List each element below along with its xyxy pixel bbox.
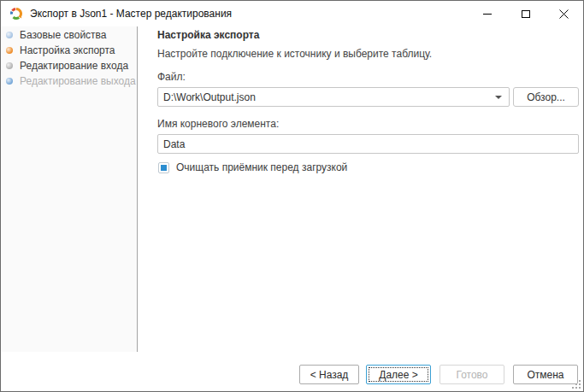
sidebar-item-basic-properties[interactable]: Базовые свойства — [1, 27, 137, 43]
browse-button[interactable]: Обзор... — [513, 87, 579, 107]
minimize-icon — [483, 14, 492, 15]
root-element-input[interactable] — [157, 134, 579, 154]
app-logo-icon — [9, 7, 23, 20]
step-label: Базовые свойства — [20, 29, 107, 41]
wizard-steps-sidebar: Базовые свойства Настройка экспорта Реда… — [1, 26, 138, 352]
page-subtitle: Настройте подключение к источнику и выбе… — [157, 48, 432, 60]
step-dot-icon — [6, 78, 13, 85]
file-path-combobox[interactable]: D:\Work\Output.json — [157, 87, 510, 107]
page-title: Настройка экспорта — [157, 29, 259, 41]
sidebar-item-output-editing: Редактирование выхода — [1, 73, 137, 89]
step-dot-icon — [6, 62, 13, 69]
file-path-value: D:\Work\Output.json — [163, 91, 256, 103]
back-button[interactable]: < Назад — [299, 365, 359, 384]
window-title: Экспорт в Json1 - Мастер редактирования — [30, 8, 232, 20]
titlebar: Экспорт в Json1 - Мастер редактирования — [1, 1, 583, 26]
next-button[interactable]: Далее > — [366, 365, 431, 384]
minimize-button[interactable] — [468, 2, 506, 26]
wizard-window: Экспорт в Json1 - Мастер редактирования … — [0, 0, 584, 392]
step-dot-icon — [6, 47, 13, 54]
checkbox-check-icon — [161, 165, 167, 171]
step-label: Редактирование выхода — [20, 75, 136, 87]
step-dot-icon — [6, 32, 13, 38]
maximize-icon — [522, 10, 530, 18]
sidebar-item-input-editing[interactable]: Редактирование входа — [1, 58, 137, 73]
sidebar-item-export-settings[interactable]: Настройка экспорта — [1, 43, 137, 58]
finish-button[interactable]: Готово — [439, 365, 504, 384]
close-button[interactable] — [545, 2, 583, 26]
step-label: Настройка экспорта — [20, 44, 115, 56]
clear-target-checkbox-row[interactable]: Очищать приёмник перед загрузкой — [158, 161, 347, 173]
root-element-label: Имя корневого элемента: — [157, 118, 279, 130]
maximize-button[interactable] — [506, 2, 545, 26]
resize-grip[interactable] — [571, 379, 581, 389]
close-icon — [559, 9, 569, 19]
chevron-down-icon[interactable] — [495, 96, 502, 99]
step-label: Редактирование входа — [20, 60, 128, 72]
clear-target-checkbox[interactable] — [158, 162, 169, 173]
file-field-label: Файл: — [157, 71, 186, 83]
window-controls — [468, 2, 583, 26]
clear-target-checkbox-label: Очищать приёмник перед загрузкой — [176, 161, 347, 173]
cancel-button[interactable]: Отмена — [513, 365, 578, 384]
